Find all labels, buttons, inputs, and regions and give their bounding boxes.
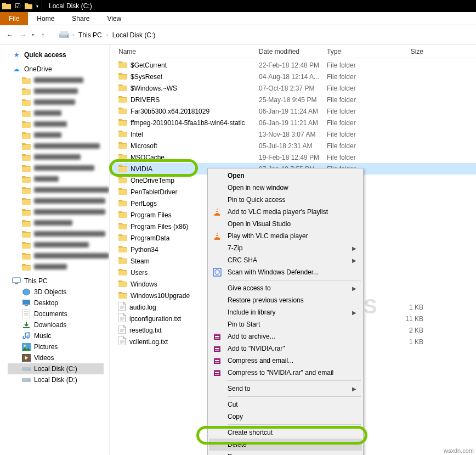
context-menu-item[interactable]: Open in new window — [209, 182, 362, 194]
context-menu-item[interactable]: Open in Visual Studio — [209, 218, 362, 230]
context-menu-item[interactable]: Create shortcut — [209, 426, 362, 439]
file-row[interactable]: DRIVERS25-May-18 9:45 PMFile folder — [110, 94, 476, 105]
context-menu-item[interactable]: Scan with Windows Defender... — [209, 266, 362, 278]
context-menu-item[interactable]: Delete — [209, 439, 362, 451]
file-row[interactable]: MSOCache19-Feb-18 12:49 PMFile folder — [110, 151, 476, 163]
context-menu-label: Copy — [228, 413, 243, 420]
sidebar-this-pc[interactable]: This PC — [8, 276, 109, 287]
sidebar-item-blurred[interactable] — [8, 151, 109, 162]
context-menu-item[interactable]: Pin to Start — [209, 318, 362, 330]
col-header-type[interactable]: Type — [327, 48, 390, 55]
sidebar-item-blurred[interactable] — [8, 97, 109, 108]
sidebar-item[interactable]: Videos — [8, 352, 109, 363]
item-icon — [22, 375, 31, 384]
sidebar-item[interactable]: Pictures — [8, 341, 109, 352]
nav-history-dropdown[interactable]: ▾ — [32, 32, 34, 37]
sidebar-item-blurred[interactable] — [8, 173, 109, 184]
menu-item-icon — [212, 356, 222, 366]
context-menu-item[interactable]: Compress to "NVIDIA.rar" and email — [209, 367, 362, 379]
tab-home[interactable]: Home — [28, 12, 63, 25]
sidebar-item[interactable]: Music — [8, 330, 109, 341]
sidebar-item-blurred[interactable] — [8, 228, 109, 239]
sidebar-item-blurred[interactable] — [8, 130, 109, 141]
context-menu-item[interactable]: Play with VLC media player — [209, 230, 362, 242]
context-menu-item[interactable]: Restore previous versions — [209, 294, 362, 306]
context-menu-item[interactable]: Rename — [209, 451, 362, 455]
sidebar-item-blurred[interactable] — [8, 261, 109, 272]
file-type: File folder — [327, 61, 390, 69]
sidebar-item-blurred[interactable] — [8, 108, 109, 119]
file-row[interactable]: Intel13-Nov-18 3:07 AMFile folder — [110, 128, 476, 140]
context-menu-item[interactable]: 7-Zip▶ — [209, 242, 362, 254]
context-menu-item[interactable]: Copy — [209, 411, 362, 423]
file-date: 13-Nov-18 3:07 AM — [259, 131, 327, 138]
svg-rect-41 — [216, 236, 219, 237]
tab-file[interactable]: File — [0, 12, 28, 25]
context-menu-label: Restore previous versions — [228, 296, 304, 304]
col-header-date[interactable]: Date modified — [259, 48, 327, 55]
folder-icon — [118, 245, 127, 254]
sidebar-item-blurred[interactable] — [8, 239, 109, 250]
chevron-right-icon[interactable]: › — [106, 32, 108, 38]
qa-overflow-icon[interactable]: ▾ — [36, 4, 38, 9]
folder-icon — [22, 87, 31, 96]
quick-toolbar-save-icon[interactable]: ☑ — [13, 2, 22, 10]
sidebar-item[interactable]: Documents — [8, 308, 109, 319]
sidebar-item-blurred[interactable] — [8, 75, 109, 86]
file-name: MSOCache — [131, 154, 165, 161]
folder-icon — [22, 196, 31, 205]
context-menu-item[interactable]: CRC SHA▶ — [209, 254, 362, 266]
sidebar-quick-access[interactable]: ★ Quick access — [8, 49, 109, 60]
sidebar-item-label: Local Disk (D:) — [34, 376, 77, 384]
sidebar-item-blurred[interactable] — [8, 141, 109, 151]
context-menu-item[interactable]: Compress and email... — [209, 355, 362, 367]
col-header-size[interactable]: Size — [390, 48, 423, 55]
file-row[interactable]: $Windows.~WS07-Oct-18 2:37 PMFile folder — [110, 82, 476, 94]
sidebar-item-blurred[interactable] — [8, 195, 109, 206]
window-title: Local Disk (C:) — [49, 2, 92, 10]
context-menu-item[interactable]: Open — [209, 170, 362, 182]
sidebar-item[interactable]: Downloads — [8, 319, 109, 330]
sidebar-item-blurred[interactable] — [8, 206, 109, 217]
sidebar-item[interactable]: Local Disk (D:) — [8, 374, 109, 385]
sidebar-item[interactable]: Desktop — [8, 297, 109, 308]
nav-back-button[interactable]: ← — [4, 30, 15, 41]
file-name: Program Files (x86) — [131, 223, 188, 231]
context-menu-item[interactable]: Send to▶ — [209, 383, 362, 395]
sidebar-item-blurred[interactable] — [8, 217, 109, 228]
context-menu-item[interactable]: Give access to▶ — [209, 282, 362, 294]
quick-toolbar-drop-icon[interactable] — [24, 2, 33, 10]
context-menu-item[interactable]: Add to VLC media player's Playlist — [209, 206, 362, 218]
sidebar-item[interactable]: Local Disk (C:) — [8, 363, 104, 374]
context-menu-item[interactable]: Cut — [209, 398, 362, 411]
nav-up-button[interactable]: ↑ — [37, 30, 48, 41]
sidebar-item-label: 3D Objects — [34, 288, 66, 296]
nav-forward-button: → — [18, 30, 29, 41]
sidebar-item-blurred[interactable] — [8, 184, 109, 195]
context-menu-item[interactable]: Pin to Quick access — [209, 194, 362, 206]
context-menu-item[interactable]: Add to "NVIDIA.rar" — [209, 342, 362, 355]
file-row[interactable]: Microsoft05-Jul-18 2:31 AMFile folder — [110, 140, 476, 151]
sidebar-item-blurred[interactable] — [8, 250, 109, 261]
folder-icon — [118, 106, 127, 116]
sidebar-item-blurred[interactable] — [8, 119, 109, 130]
breadcrumb-this-pc[interactable]: This PC — [77, 31, 103, 39]
file-type: File folder — [327, 108, 390, 115]
tab-view[interactable]: View — [98, 12, 130, 25]
col-header-name[interactable]: Name — [118, 48, 259, 55]
file-row[interactable]: Far30b5300.x64.2018102906-Jan-19 11:24 A… — [110, 105, 476, 117]
svg-rect-37 — [216, 210, 218, 211]
file-row[interactable]: $SysReset04-Aug-18 12:14 A...File folder — [110, 71, 476, 82]
sidebar-item-blurred[interactable] — [8, 86, 109, 97]
context-menu-item[interactable]: Add to archive... — [209, 330, 362, 342]
svg-rect-46 — [215, 338, 219, 339]
tab-share[interactable]: Share — [63, 12, 98, 25]
context-menu-item[interactable]: Include in library▶ — [209, 306, 362, 318]
sidebar-item-blurred[interactable] — [8, 162, 109, 173]
breadcrumb-local-disk[interactable]: Local Disk (C:) — [111, 31, 157, 39]
file-row[interactable]: ffmpeg-20190104-5faa1b8-win64-static06-J… — [110, 117, 476, 128]
sidebar-onedrive[interactable]: ☁ OneDrive — [8, 64, 109, 75]
sidebar-item[interactable]: 3D Objects — [8, 287, 109, 297]
file-row[interactable]: $GetCurrent22-Feb-18 12:48 PMFile folder — [110, 59, 476, 71]
chevron-right-icon[interactable]: › — [72, 32, 74, 38]
